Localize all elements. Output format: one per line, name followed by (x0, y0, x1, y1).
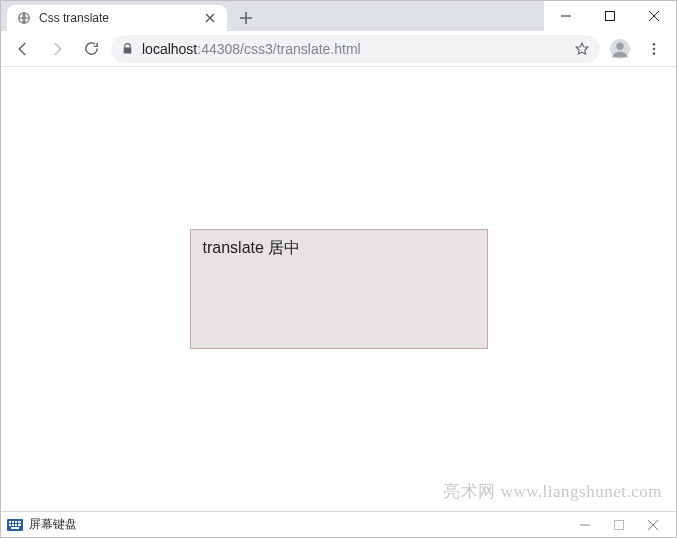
tab-strip: Css translate (1, 1, 544, 31)
account-button[interactable] (606, 35, 634, 63)
svg-point-4 (653, 43, 656, 46)
page-viewport: translate 居中 亮术网 www.liangshunet.com (1, 67, 676, 511)
toolbar: localhost:44308/css3/translate.html (1, 31, 676, 67)
svg-point-5 (653, 47, 656, 50)
tab-active[interactable]: Css translate (7, 5, 227, 31)
svg-rect-12 (9, 524, 11, 526)
svg-rect-1 (606, 12, 615, 21)
osk-label: 屏幕键盘 (29, 516, 77, 533)
url-host: localhost (142, 41, 197, 57)
window-controls (544, 1, 676, 31)
svg-point-6 (653, 52, 656, 55)
svg-rect-13 (12, 524, 14, 526)
window-close-button[interactable] (632, 1, 676, 31)
svg-point-3 (616, 42, 623, 49)
new-tab-button[interactable] (233, 5, 259, 31)
globe-icon (17, 11, 31, 25)
svg-rect-10 (15, 521, 17, 523)
tab-close-icon[interactable] (203, 11, 217, 25)
address-bar[interactable]: localhost:44308/css3/translate.html (111, 35, 600, 63)
browser-window: Css translate (0, 0, 677, 538)
keyboard-icon (7, 519, 23, 531)
svg-rect-16 (11, 527, 19, 529)
watermark-text: 亮术网 www.liangshunet.com (443, 480, 662, 503)
minimize-button[interactable] (544, 1, 588, 31)
osk-close-button[interactable] (636, 514, 670, 536)
svg-rect-8 (9, 521, 11, 523)
osk-controls (568, 514, 670, 536)
svg-rect-9 (12, 521, 14, 523)
svg-rect-14 (15, 524, 17, 526)
tab-title: Css translate (39, 11, 195, 25)
on-screen-keyboard-bar: 屏幕键盘 (1, 511, 676, 537)
reload-button[interactable] (77, 35, 105, 63)
back-button[interactable] (9, 35, 37, 63)
svg-rect-11 (18, 521, 21, 523)
menu-button[interactable] (640, 35, 668, 63)
url-path: :44308/css3/translate.html (197, 41, 360, 57)
titlebar: Css translate (1, 1, 676, 31)
translate-demo-box: translate 居中 (190, 229, 488, 349)
osk-maximize-button[interactable] (602, 514, 636, 536)
url-text: localhost:44308/css3/translate.html (142, 41, 566, 57)
osk-minimize-button[interactable] (568, 514, 602, 536)
demo-box-text: translate 居中 (203, 239, 301, 256)
forward-button[interactable] (43, 35, 71, 63)
maximize-button[interactable] (588, 1, 632, 31)
lock-icon (121, 42, 134, 55)
svg-rect-15 (18, 524, 21, 526)
star-icon[interactable] (574, 41, 590, 57)
svg-rect-17 (615, 520, 624, 529)
osk-title: 屏幕键盘 (7, 516, 77, 533)
